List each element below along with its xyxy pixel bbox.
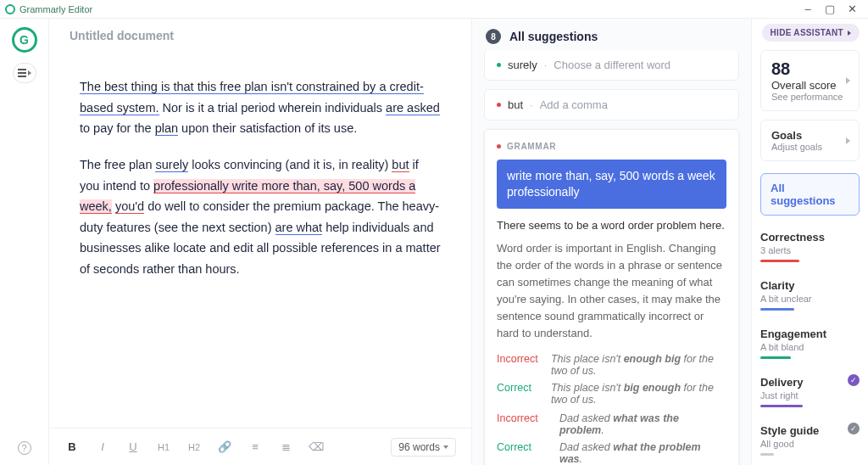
numbered-list-button[interactable]: ≡ bbox=[248, 440, 263, 453]
suggestions-header: 8 All suggestions bbox=[472, 19, 751, 51]
check-badge-icon: ✓ bbox=[848, 423, 860, 434]
example-label-incorrect: Incorrect bbox=[497, 412, 548, 436]
category-bar-icon bbox=[760, 405, 803, 407]
category-engagement[interactable]: Engagement A bit bland bbox=[760, 324, 860, 361]
menu-button[interactable] bbox=[13, 63, 36, 83]
explanation-body: Word order is important in English. Chan… bbox=[497, 240, 726, 343]
category-delivery[interactable]: Delivery Just right ✓ bbox=[760, 373, 860, 409]
check-badge-icon: ✓ bbox=[848, 374, 860, 386]
score-sub: See performance bbox=[771, 92, 849, 102]
suggestions-column: 8 All suggestions surely · Choose a diff… bbox=[471, 19, 751, 465]
chevron-down-icon bbox=[443, 445, 448, 449]
category-bar-icon bbox=[760, 260, 799, 262]
goals-label: Goals bbox=[771, 129, 849, 142]
clear-format-button[interactable]: ⌫ bbox=[309, 440, 324, 453]
document-body[interactable]: The best thing is that this free plan is… bbox=[49, 42, 471, 428]
window-titlebar: Grammarly Editor – ▢ ✕ bbox=[0, 0, 868, 19]
category-bar-icon bbox=[760, 356, 791, 359]
grammarly-logo-icon bbox=[5, 4, 15, 14]
window-title: Grammarly Editor bbox=[19, 4, 92, 14]
category-correctness[interactable]: Correctness 3 alerts bbox=[760, 227, 860, 264]
document-title[interactable]: Untitled document bbox=[49, 19, 471, 42]
chevron-right-icon bbox=[848, 31, 851, 36]
hide-assistant-button[interactable]: HIDE ASSISTANT bbox=[762, 24, 860, 42]
suggestion-word: surely bbox=[508, 59, 537, 71]
text-underline-blue[interactable]: are what bbox=[275, 221, 323, 235]
suggestion-card[interactable]: but · Add a comma bbox=[484, 89, 739, 120]
text-underline-red[interactable]: but bbox=[392, 158, 409, 172]
category-bar-icon bbox=[760, 308, 794, 311]
example-label-incorrect: Incorrect bbox=[497, 353, 539, 377]
suggestion-card-expanded: GRAMMAR write more than, say, 500 words … bbox=[484, 129, 739, 465]
word-count-label: 96 words bbox=[398, 441, 440, 453]
correctness-dot-icon bbox=[497, 103, 501, 107]
suggestions-title: All suggestions bbox=[509, 30, 598, 43]
explanation-headline: There seems to be a word order problem h… bbox=[497, 219, 726, 232]
example-text: This place isn't enough big for the two … bbox=[551, 353, 726, 377]
suggestion-category: GRAMMAR bbox=[497, 142, 726, 151]
chevron-right-icon bbox=[846, 137, 850, 144]
example-label-correct: Correct bbox=[497, 441, 548, 465]
clarity-dot-icon bbox=[497, 63, 501, 67]
text-underline-blue[interactable]: are asked bbox=[386, 101, 440, 115]
h1-button[interactable]: H1 bbox=[156, 442, 171, 452]
window-maximize-button[interactable]: ▢ bbox=[819, 3, 841, 15]
bold-button[interactable]: B bbox=[64, 440, 80, 453]
editor-column: Untitled document The best thing is that… bbox=[49, 19, 471, 465]
apply-correction-button[interactable]: write more than, say, 500 words a week p… bbox=[497, 160, 726, 209]
category-bar-icon bbox=[760, 453, 774, 456]
text-underline-blue[interactable]: surely bbox=[155, 158, 188, 172]
category-style-guide[interactable]: Style guide All good ✓ bbox=[760, 421, 860, 457]
bullet-list-button[interactable]: ≣ bbox=[278, 440, 293, 453]
window-minimize-button[interactable]: – bbox=[797, 3, 819, 15]
italic-button[interactable]: I bbox=[95, 440, 110, 453]
example-text: This place isn't big enough for the two … bbox=[551, 382, 726, 406]
suggestion-card[interactable]: surely · Choose a different word bbox=[484, 51, 739, 81]
example-text: Dad asked what the problem was. bbox=[559, 441, 726, 465]
score-value: 88 bbox=[771, 59, 849, 79]
text-underline-red[interactable]: you'd bbox=[115, 199, 144, 214]
example-text: Dad asked what was the problem. bbox=[559, 412, 726, 436]
editor-toolbar: B I U H1 H2 🔗 ≡ ≣ ⌫ 96 words bbox=[49, 428, 471, 465]
correctness-dot-icon bbox=[497, 144, 501, 148]
help-icon[interactable]: ? bbox=[18, 441, 31, 455]
window-close-button[interactable]: ✕ bbox=[841, 3, 863, 15]
grammarly-logo-icon[interactable]: G bbox=[12, 27, 37, 53]
goals-sub: Adjust goals bbox=[771, 142, 849, 152]
score-label: Overall score bbox=[771, 79, 849, 92]
overall-score-panel[interactable]: 88 Overall score See performance bbox=[760, 50, 860, 111]
chevron-right-icon bbox=[846, 77, 850, 84]
example-label-correct: Correct bbox=[497, 382, 539, 406]
suggestions-scroll[interactable]: surely · Choose a different word but · A… bbox=[472, 51, 751, 465]
link-button[interactable]: 🔗 bbox=[217, 440, 232, 453]
word-count-dropdown[interactable]: 96 words bbox=[391, 438, 456, 457]
suggestion-hint: Add a comma bbox=[540, 98, 608, 111]
underline-button[interactable]: U bbox=[125, 440, 141, 453]
suggestion-word: but bbox=[508, 98, 523, 111]
goals-panel[interactable]: Goals Adjust goals bbox=[760, 120, 860, 161]
category-clarity[interactable]: Clarity A bit unclear bbox=[760, 276, 860, 312]
filter-all-suggestions[interactable]: All suggestions bbox=[760, 173, 860, 216]
h2-button[interactable]: H2 bbox=[186, 442, 202, 452]
suggestion-count-badge: 8 bbox=[486, 29, 501, 44]
suggestion-hint: Choose a different word bbox=[554, 59, 670, 71]
text-underline-blue[interactable]: plan bbox=[155, 121, 178, 136]
left-rail: G ? bbox=[0, 19, 49, 465]
assistant-column: HIDE ASSISTANT 88 Overall score See perf… bbox=[751, 19, 868, 465]
